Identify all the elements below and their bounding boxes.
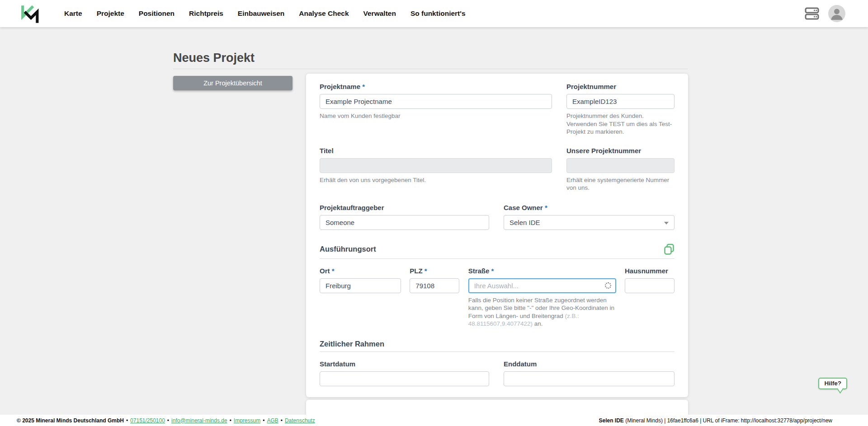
strasse-hint: Falls die Position keiner Straße zugeord… [468,296,616,328]
unsere-projektnummer-hint: Erhält eine systemgenerierte Nummer von … [566,176,675,192]
footer-link-datenschutz[interactable]: Datenschutz [285,417,315,424]
section-divider [320,258,675,259]
mineral-minds-logo[interactable] [20,2,41,25]
ort-input[interactable] [320,278,401,293]
startdatum-label: Startdatum [320,360,489,368]
help-button-label: Hilfe? [824,380,841,387]
footer-left: © 2025 Mineral Minds Deutschland GmbH • … [17,417,315,424]
footer-user: Selen IDE [599,417,624,424]
next-section-card-partial [306,400,688,415]
new-project-form-card: Projektname * Name vom Kunden festlegbar… [306,74,688,397]
section-divider [320,351,675,352]
projektnummer-input[interactable] [566,94,675,109]
help-button[interactable]: Hilfe? [818,378,847,389]
nav-item-projekte[interactable]: Projekte [90,9,132,18]
strasse-input[interactable] [468,278,616,293]
server-icon[interactable] [804,6,820,21]
section-title-ausfuehrungsort: Ausführungsort [320,245,376,253]
footer-link-impressum[interactable]: Impressum [234,417,260,424]
projektauftraggeber-input[interactable] [320,215,489,230]
ort-label: Ort * [320,267,401,275]
nav-item-karte[interactable]: Karte [57,9,90,18]
startdatum-input[interactable] [320,371,489,386]
projektname-input[interactable] [320,94,552,109]
projektnummer-hint: Projektnummer des Kunden. Verwenden Sie … [566,112,675,136]
main-menu: Karte Projekte Positionen Richtpreis Ein… [57,9,473,18]
nav-item-analyse-check[interactable]: Analyse Check [292,9,356,18]
chevron-down-icon [664,222,669,225]
projektname-hint: Name vom Kunden festlegbar [320,112,552,120]
titel-input [320,158,552,173]
required-asterisk: * [491,267,494,275]
avatar [828,5,845,22]
nav-item-richtpreis[interactable]: Richtpreis [182,9,231,18]
section-title-zeitlicher-rahmen: Zeitlicher Rahmen [320,340,384,348]
required-asterisk: * [332,267,335,275]
titel-label: Titel [320,147,552,155]
plz-input[interactable] [410,278,459,293]
required-asterisk: * [425,267,427,275]
footer-link-email[interactable]: info@mineral-minds.de [171,417,227,424]
case-owner-label: Case Owner * [504,204,675,212]
case-owner-value: Selen IDE [509,219,540,226]
nav-item-so-funktionierts[interactable]: So funktioniert's [403,9,473,18]
titel-hint: Erhält den von uns vorgegebenen Titel. [320,176,552,184]
back-to-project-overview-button[interactable]: Zur Projektübersicht [173,76,292,90]
unsere-projektnummer-label: Unsere Projektnummer [566,147,675,155]
projektauftraggeber-label: Projektauftraggeber [320,204,489,212]
user-avatar-icon[interactable] [828,5,845,22]
top-navbar: Karte Projekte Positionen Richtpreis Ein… [0,0,868,27]
navbar-right [804,5,868,22]
page-body: Neues Projekt Zur Projektübersicht Proje… [0,27,868,415]
copyright-text: © 2025 Mineral Minds Deutschland GmbH [17,417,124,424]
footer-link-phone[interactable]: 07151/250100 [130,417,165,424]
footer-session-info: Selen IDE (Mineral Minds) | 16fae1ffc6a6… [599,417,833,424]
unsere-projektnummer-input [566,158,675,173]
nav-item-verwalten[interactable]: Verwalten [356,9,403,18]
footer-link-agb[interactable]: AGB [267,417,278,424]
hausnummer-input[interactable] [625,278,675,293]
nav-item-einbauweisen[interactable]: Einbauweisen [231,9,292,18]
case-owner-select[interactable]: Selen IDE [504,215,675,230]
loading-spinner-icon [605,282,611,289]
page-title: Neues Projekt [173,51,255,65]
copy-location-icon[interactable] [664,243,675,255]
nav-item-positionen[interactable]: Positionen [132,9,182,18]
required-asterisk: * [545,204,547,211]
enddatum-input[interactable] [504,371,675,386]
projektnummer-label: Projektnummer [566,83,675,91]
hausnummer-label: Hausnummer [625,267,675,275]
required-asterisk: * [362,83,365,90]
enddatum-label: Enddatum [504,360,675,368]
footer: © 2025 Mineral Minds Deutschland GmbH • … [0,415,868,426]
strasse-label: Straße * [468,267,616,275]
title-divider [173,69,688,69]
plz-label: PLZ * [410,267,459,275]
projektname-label: Projektname * [320,83,552,91]
